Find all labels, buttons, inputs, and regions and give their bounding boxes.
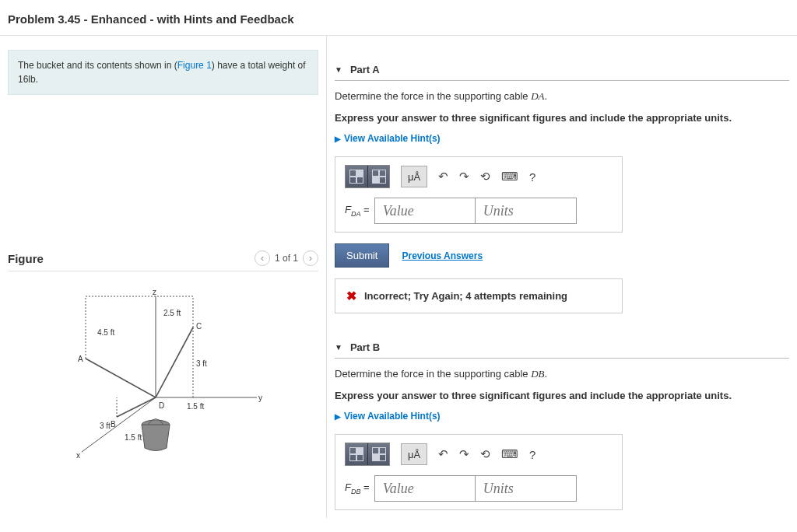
units-symbol-button[interactable]: μÅ xyxy=(401,443,427,465)
redo-icon[interactable]: ↷ xyxy=(459,447,469,461)
keyboard-icon[interactable]: ⌨ xyxy=(501,447,518,461)
part-b-prompt: Determine the force in the supporting ca… xyxy=(335,368,789,380)
value-input-b[interactable] xyxy=(374,475,476,502)
svg-text:A: A xyxy=(78,355,83,363)
svg-text:y: y xyxy=(258,394,262,402)
figure-link[interactable]: Figure 1 xyxy=(177,60,212,71)
units-symbol-button[interactable]: μÅ xyxy=(401,166,427,187)
incorrect-x-icon: ✖ xyxy=(346,289,356,303)
feedback-box-a: ✖ Incorrect; Try Again; 4 attempts remai… xyxy=(335,278,623,313)
triangle-right-icon: ▶ xyxy=(335,412,341,421)
previous-answers-link[interactable]: Previous Answers xyxy=(402,250,483,261)
svg-text:1.5 ft: 1.5 ft xyxy=(187,402,204,411)
part-a-header[interactable]: ▼ Part A xyxy=(335,64,789,81)
caret-down-icon: ▼ xyxy=(335,65,342,74)
view-hints-link-b[interactable]: ▶ View Available Hint(s) xyxy=(335,411,789,422)
figure-pager: ‹ 1 of 1 › xyxy=(255,250,318,266)
feedback-text: Incorrect; Try Again; 4 attempts remaini… xyxy=(364,290,567,302)
undo-icon[interactable]: ↶ xyxy=(438,170,448,184)
redo-icon[interactable]: ↷ xyxy=(459,170,469,184)
problem-intro: The bucket and its contents shown in (Fi… xyxy=(8,50,318,95)
intro-text-pre: The bucket and its contents shown in ( xyxy=(18,60,177,71)
reset-icon[interactable]: ⟲ xyxy=(480,170,490,184)
svg-text:3 ft: 3 ft xyxy=(196,359,207,368)
svg-text:2.5 ft: 2.5 ft xyxy=(163,309,181,317)
part-b-instruction: Express your answer to three significant… xyxy=(335,390,789,401)
part-a-instruction: Express your answer to three significant… xyxy=(335,112,789,124)
svg-text:C: C xyxy=(196,322,202,331)
figure-title: Figure xyxy=(8,252,44,265)
help-icon[interactable]: ? xyxy=(529,448,535,461)
svg-text:1.5 ft: 1.5 ft xyxy=(125,433,142,442)
variable-label-a: FDA = xyxy=(345,204,370,218)
part-a-title: Part A xyxy=(350,64,380,75)
svg-line-4 xyxy=(156,327,193,397)
triangle-right-icon: ▶ xyxy=(335,135,341,143)
caret-down-icon: ▼ xyxy=(335,343,342,352)
units-input-b[interactable] xyxy=(476,475,577,502)
part-b-header[interactable]: ▼ Part B xyxy=(335,341,789,359)
svg-text:x: x xyxy=(76,451,80,460)
svg-text:4.5 ft: 4.5 ft xyxy=(97,328,114,337)
equation-template-button-2[interactable] xyxy=(367,443,389,465)
answer-area-b: μÅ ↶ ↷ ⟲ ⌨ ? FDB = xyxy=(335,434,623,510)
equation-template-button-2[interactable] xyxy=(367,166,389,187)
figure-diagram: z y x A B C D 4.5 ft 2.5 ft 3 ft 3 ft 1.… xyxy=(8,281,318,467)
units-input-a[interactable] xyxy=(476,198,577,224)
keyboard-icon[interactable]: ⌨ xyxy=(501,170,518,184)
part-a-prompt: Determine the force in the supporting ca… xyxy=(335,90,789,103)
svg-text:3 ft: 3 ft xyxy=(100,422,111,430)
svg-text:B: B xyxy=(111,420,116,429)
svg-line-5 xyxy=(117,397,156,417)
variable-label-b: FDB = xyxy=(345,481,370,495)
pager-next-button[interactable]: › xyxy=(303,250,318,266)
svg-text:z: z xyxy=(153,289,156,296)
help-icon[interactable]: ? xyxy=(529,170,535,184)
part-b-title: Part B xyxy=(350,341,380,353)
submit-button-a[interactable]: Submit xyxy=(335,243,389,268)
equation-template-button[interactable] xyxy=(346,166,367,187)
svg-text:D: D xyxy=(159,401,164,410)
page-title: Problem 3.45 - Enhanced - with Hints and… xyxy=(8,12,789,26)
pager-prev-button[interactable]: ‹ xyxy=(255,250,270,266)
undo-icon[interactable]: ↶ xyxy=(438,447,448,461)
svg-line-3 xyxy=(86,359,156,397)
equation-template-button[interactable] xyxy=(346,443,367,465)
answer-area-a: μÅ ↶ ↷ ⟲ ⌨ ? FDA = xyxy=(335,156,623,233)
pager-label: 1 of 1 xyxy=(275,253,298,264)
reset-icon[interactable]: ⟲ xyxy=(480,447,490,461)
view-hints-link[interactable]: ▶ View Available Hint(s) xyxy=(335,133,789,144)
value-input-a[interactable] xyxy=(374,198,476,224)
